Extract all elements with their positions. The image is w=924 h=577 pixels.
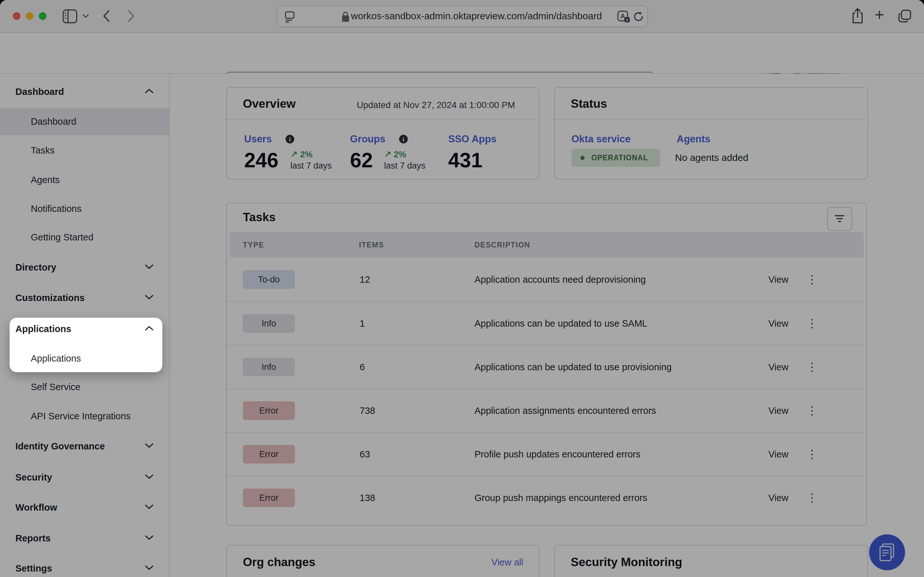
- browser-window: Ax workos-sandbox-admin.oktapreview.com/…: [0, 0, 924, 577]
- applications-spotlight: Applications Applications: [10, 318, 162, 372]
- sidebar-section-applications[interactable]: Applications: [15, 324, 71, 334]
- sidebar-item-applications[interactable]: Applications: [31, 353, 81, 364]
- chevron-up-icon: [144, 325, 154, 333]
- tour-dim-overlay: [0, 0, 924, 577]
